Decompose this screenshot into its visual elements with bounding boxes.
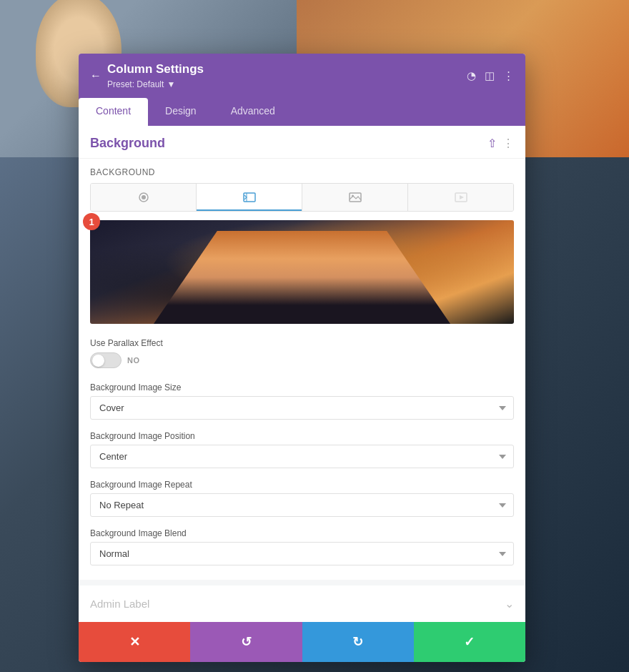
preset-label[interactable]: Preset: Default ▼ <box>107 79 204 89</box>
bg-blend-select[interactable]: Normal Multiply Screen Overlay <box>90 542 514 565</box>
bg-blend-label: Background Image Blend <box>90 528 514 538</box>
gradient-icon <box>243 192 256 202</box>
bg-repeat-label: Background Image Repeat <box>90 480 514 490</box>
header-icons: ◔ ◫ ⋮ <box>467 69 514 82</box>
section-menu-icon[interactable]: ⋮ <box>502 137 514 150</box>
admin-label-text: Admin Label <box>90 598 149 610</box>
background-type-group: Background <box>79 159 525 220</box>
toggle-thumb <box>92 355 104 367</box>
save-button[interactable]: ✓ <box>414 622 525 662</box>
svg-rect-2 <box>244 193 255 202</box>
tab-content[interactable]: Content <box>79 98 148 126</box>
toggle-state-text: NO <box>127 356 140 365</box>
image-icon <box>349 192 362 202</box>
parallax-toggle-row: Use Parallax Effect NO <box>79 332 525 377</box>
svg-marker-7 <box>460 195 464 199</box>
video-icon <box>455 192 467 202</box>
bg-type-image[interactable] <box>302 184 408 211</box>
bg-size-label: Background Image Size <box>90 382 514 392</box>
redo-icon: ↻ <box>352 634 363 650</box>
modal-footer: ✕ ↺ ↻ ✓ <box>79 622 525 662</box>
bg-type-color[interactable] <box>91 184 197 211</box>
column-settings-modal: ← Column Settings Preset: Default ▼ ◔ ◫ … <box>79 54 525 662</box>
bg-type-video[interactable] <box>408 184 513 211</box>
cancel-button[interactable]: ✕ <box>79 622 190 662</box>
parallax-switch: NO <box>90 352 514 368</box>
parallax-toggle[interactable] <box>90 352 122 368</box>
bg-position-select[interactable]: Center Top Left Top Center Top Right <box>90 445 514 468</box>
bg-type-tabs <box>90 183 514 212</box>
bg-type-gradient[interactable] <box>197 184 302 211</box>
bg-position-label: Background Image Position <box>90 431 514 441</box>
admin-label-section[interactable]: Admin Label ⌄ <box>79 585 525 622</box>
tab-bar: Content Design Advanced <box>79 98 525 126</box>
section-header-icons: ⇧ ⋮ <box>487 137 514 150</box>
bg-size-field: Background Image Size Cover Contain Auto <box>79 377 525 425</box>
background-section: Background ⇧ ⋮ Background <box>79 126 525 580</box>
header-left: ← Column Settings Preset: Default ▼ <box>90 62 204 89</box>
bg-size-select[interactable]: Cover Contain Auto <box>90 396 514 420</box>
color-icon <box>138 192 149 203</box>
image-badge: 1 <box>83 213 100 230</box>
modal-content: Background ⇧ ⋮ Background <box>79 126 525 622</box>
tab-design[interactable]: Design <box>148 98 214 126</box>
section-title: Background <box>90 136 165 151</box>
reset-icon: ↺ <box>241 634 252 650</box>
section-header: Background ⇧ ⋮ <box>79 126 525 159</box>
bg-repeat-field: Background Image Repeat No Repeat Repeat… <box>79 474 525 523</box>
svg-point-1 <box>142 195 146 199</box>
reset-button[interactable]: ↺ <box>190 622 302 662</box>
image-preview[interactable] <box>90 220 514 324</box>
image-preview-wrapper: 1 <box>90 220 514 324</box>
modal-header: ← Column Settings Preset: Default ▼ ◔ ◫ … <box>79 54 525 98</box>
cancel-icon: ✕ <box>129 634 140 650</box>
header-title-group: Column Settings Preset: Default ▼ <box>107 62 204 89</box>
modal-title: Column Settings <box>107 62 204 76</box>
bg-position-field: Background Image Position Center Top Lef… <box>79 425 525 474</box>
admin-label-chevron: ⌄ <box>505 597 514 611</box>
save-icon: ✓ <box>464 634 475 650</box>
bg-blend-field: Background Image Blend Normal Multiply S… <box>79 523 525 580</box>
background-field-label: Background <box>90 167 514 177</box>
redo-button[interactable]: ↻ <box>302 622 414 662</box>
parallax-label: Use Parallax Effect <box>90 338 514 348</box>
back-icon[interactable]: ← <box>90 69 101 82</box>
tab-advanced[interactable]: Advanced <box>214 98 292 126</box>
preview-image-content <box>90 220 514 324</box>
collapse-icon[interactable]: ⇧ <box>487 137 497 150</box>
responsive-icon[interactable]: ◔ <box>467 69 476 82</box>
more-icon[interactable]: ⋮ <box>503 69 514 82</box>
layout-icon[interactable]: ◫ <box>485 69 495 82</box>
bg-repeat-select[interactable]: No Repeat Repeat Repeat X Repeat Y <box>90 493 514 517</box>
